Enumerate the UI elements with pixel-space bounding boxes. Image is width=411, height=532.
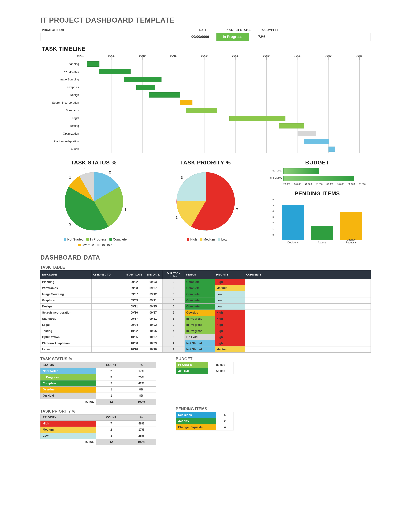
legend-label: Complete xyxy=(113,238,127,241)
legend-label: In Progress xyxy=(90,238,106,241)
project-header-labels: PROJECT NAME DATE PROJECT STATUS % COMPL… xyxy=(40,28,371,33)
table-row: Platform Adaptation 10/0610/09 4 Not Sta… xyxy=(40,340,371,346)
legend-label: Overdue xyxy=(82,243,94,247)
pending-bar xyxy=(340,212,362,240)
table-row: On Hold18% xyxy=(40,393,156,399)
gantt-tick: 09/10 xyxy=(139,55,146,57)
pending-table-title: PENDING ITEMS xyxy=(176,407,234,411)
table-row: Standards 09/1709/21 5 In Progress High xyxy=(40,316,371,322)
legend-label: On Hold xyxy=(100,243,112,247)
legend-label: Not Started xyxy=(67,238,84,241)
gantt-row: Launch xyxy=(81,145,359,153)
pending-table: Decisions5Actions2Change Requests4 xyxy=(176,412,234,430)
pending-bar-label: Change Requests xyxy=(344,238,358,244)
pie-slice-label: 1 xyxy=(69,176,71,180)
gantt-task-label: Design xyxy=(44,93,79,97)
gantt-bar xyxy=(229,116,285,121)
budget-bar-row: ACTUAL xyxy=(269,167,365,175)
gantt-task-label: Standards xyxy=(44,109,79,112)
table-row: Optimization 10/0510/07 3 On Hold High xyxy=(40,334,371,340)
gantt-bar xyxy=(87,61,99,66)
gantt-row: Image Sourcing xyxy=(81,76,359,83)
table-row: ACTUAL50,000 xyxy=(176,368,234,374)
table-row: Not Started217% xyxy=(40,368,156,374)
gantt-row: Standards xyxy=(81,106,359,114)
gantt-row: Planning xyxy=(81,60,359,68)
pie-slice-label: 2 xyxy=(109,170,111,174)
gantt-task-label: Planning xyxy=(44,62,79,66)
table-total-row: TOTAL12100% xyxy=(40,439,156,445)
project-name-value[interactable] xyxy=(40,33,184,41)
gantt-tick: 09/05 xyxy=(108,55,115,57)
gantt-row: Optimization xyxy=(81,130,359,138)
pending-chart: PENDING ITEMS 6543210 Decisions Actions … xyxy=(264,190,371,240)
table-row: In Progress325% xyxy=(40,374,156,380)
pending-bar xyxy=(311,226,333,240)
legend-label: Low xyxy=(221,238,227,241)
task-status-title: TASK STATUS % xyxy=(40,160,147,166)
legend-swatch xyxy=(187,238,189,241)
timeline-title: TASK TIMELINE xyxy=(42,46,371,52)
task-table-title: TASK TABLE xyxy=(40,265,371,270)
gantt-task-label: Search Incorporation xyxy=(44,101,79,104)
table-row: Change Requests4 xyxy=(176,424,234,430)
legend-label: Medium xyxy=(203,238,215,241)
budget-bar xyxy=(283,168,319,174)
gantt-task-label: Graphics xyxy=(44,86,79,89)
status-table-title: TASK STATUS % xyxy=(40,357,156,361)
table-row: Medium217% xyxy=(40,427,156,433)
table-row: Overdue18% xyxy=(40,387,156,393)
gantt-row: Design xyxy=(81,91,359,99)
pie-slice-label: 7 xyxy=(236,208,238,212)
legend-swatch xyxy=(109,238,112,241)
project-header-row: 00/00/0000 In Progress 72% xyxy=(40,33,371,41)
table-total-row: TOTAL12100% xyxy=(40,399,156,405)
gantt-bar xyxy=(180,100,192,105)
gantt-row: Search Incorporation xyxy=(81,99,359,106)
gantt-tick: 09/15 xyxy=(170,55,177,57)
gantt-tick: 10/05 xyxy=(294,55,301,57)
priority-table-title: TASK PRIORITY % xyxy=(40,409,156,414)
pending-bar xyxy=(282,205,304,240)
legend-swatch xyxy=(218,238,220,241)
priority-table: PRIORITYCOUNT%High758%Medium217%Low325%T… xyxy=(40,414,156,445)
pie-slice-label: 5 xyxy=(69,222,71,227)
gantt-bar xyxy=(328,147,335,152)
budget-bar-label: PLANNED xyxy=(269,177,282,180)
gantt-row: Testing xyxy=(81,122,359,130)
dashboard-data-title: DASHBOARD DATA xyxy=(40,254,371,261)
project-status-value: In Progress xyxy=(216,33,249,41)
table-row: Wireframes 09/0309/07 5 Complete Medium xyxy=(40,285,371,291)
budget-table: PLANNED80,000ACTUAL50,000 xyxy=(176,362,234,374)
table-row: Decisions5 xyxy=(176,412,234,418)
table-row: Actions2 xyxy=(176,418,234,424)
task-priority-legend: HighMediumLow xyxy=(152,237,259,242)
table-row: Image Sourcing 09/0709/12 6 Complete Low xyxy=(40,291,371,297)
legend-label: High xyxy=(190,238,197,241)
gantt-tick: 10/10 xyxy=(325,55,332,57)
gantt-bar xyxy=(136,85,155,90)
gantt-task-label: Testing xyxy=(44,124,79,128)
table-row: PLANNED80,000 xyxy=(176,362,234,368)
table-row: Planning 09/0209/03 2 Complete High xyxy=(40,279,371,285)
table-row: Legal 09/2410/02 9 In Progress High xyxy=(40,322,371,328)
budget-bar-label: ACTUAL xyxy=(269,170,282,172)
gantt-task-label: Platform Adaptation xyxy=(44,140,79,143)
project-pct-value: 72% xyxy=(249,33,275,41)
pie-slice-label: 2 xyxy=(176,216,177,220)
budget-bar-row: PLANNED xyxy=(269,175,365,182)
gantt-tick: 10/15 xyxy=(356,55,363,57)
table-row: High758% xyxy=(40,421,156,427)
gantt-bar xyxy=(279,123,304,128)
task-table: TASK NAME ASSIGNED TO START DATE END DAT… xyxy=(40,270,371,352)
project-date-value: 00/00/0000 xyxy=(184,33,216,41)
pending-chart-title: PENDING ITEMS xyxy=(264,190,371,197)
budget-chart-title: BUDGET xyxy=(264,160,371,166)
table-row: Search Incorporation 09/1609/17 2 Overdu… xyxy=(40,310,371,316)
gantt-bar xyxy=(149,92,180,97)
gantt-task-label: Optimization xyxy=(44,132,79,135)
task-priority-title: TASK PRIORITY % xyxy=(152,160,259,166)
gantt-tick: 08/31 xyxy=(77,55,84,57)
task-status-legend: Not StartedIn ProgressCompleteOverdueOn … xyxy=(40,237,147,248)
gantt-chart: 08/3109/0509/1009/1509/2009/2509/3010/05… xyxy=(45,55,359,153)
